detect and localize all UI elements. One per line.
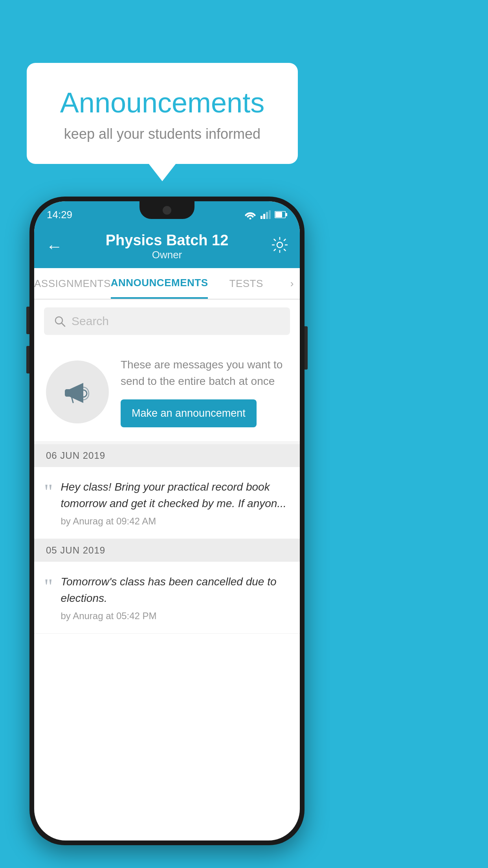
settings-button[interactable] <box>272 237 288 257</box>
wifi-icon <box>244 210 257 219</box>
notch <box>139 201 194 219</box>
svg-rect-6 <box>286 213 287 216</box>
date-separator-2: 05 JUN 2019 <box>34 539 300 562</box>
speech-bubble: Announcements keep all your students inf… <box>27 63 298 164</box>
svg-rect-3 <box>266 212 268 219</box>
make-announcement-button[interactable]: Make an announcement <box>121 399 257 427</box>
top-bar-center: Physics Batch 12 Owner <box>106 232 229 261</box>
camera <box>163 206 171 215</box>
batch-role: Owner <box>106 249 229 261</box>
announcement-content-1: Hey class! Bring your practical record b… <box>61 479 290 527</box>
svg-rect-1 <box>261 216 262 219</box>
megaphone-icon <box>60 374 95 410</box>
top-bar: ← Physics Batch 12 Owner <box>34 225 300 268</box>
tabs: ASSIGNMENTS ANNOUNCEMENTS TESTS › <box>34 268 300 300</box>
phone-frame: 14:29 <box>29 197 305 845</box>
phone-wrapper: 14:29 <box>29 197 305 845</box>
svg-point-0 <box>250 218 251 220</box>
announcement-text-2: Tomorrow's class has been cancelled due … <box>61 574 290 607</box>
tab-tests[interactable]: TESTS <box>208 268 284 299</box>
date-separator-1: 06 JUN 2019 <box>34 444 300 467</box>
speech-bubble-container: Announcements keep all your students inf… <box>27 63 298 164</box>
battery-icon <box>275 211 287 218</box>
announcement-meta-1: by Anurag at 09:42 AM <box>61 516 290 527</box>
svg-rect-4 <box>269 210 271 219</box>
volume-down-button <box>26 346 29 373</box>
announcement-text-1: Hey class! Bring your practical record b… <box>61 479 290 512</box>
announcement-icon-circle <box>46 360 109 423</box>
search-bar[interactable]: Search <box>44 307 290 335</box>
tab-announcements[interactable]: ANNOUNCEMENTS <box>111 268 208 299</box>
tab-assignments[interactable]: ASSIGNMENTS <box>34 268 111 299</box>
svg-rect-2 <box>263 214 265 219</box>
svg-line-10 <box>62 323 65 326</box>
announcement-cta: These are messages you want to send to t… <box>34 343 300 441</box>
announcement-cta-right: These are messages you want to send to t… <box>121 357 288 427</box>
signal-icon <box>261 210 271 219</box>
svg-point-8 <box>277 242 283 248</box>
quote-icon-2: " <box>44 576 53 597</box>
search-icon <box>54 315 66 327</box>
batch-title: Physics Batch 12 <box>106 232 229 249</box>
svg-rect-7 <box>275 212 282 217</box>
speech-bubble-subtitle: keep all your students informed <box>46 126 278 142</box>
phone-screen: 14:29 <box>34 201 300 840</box>
announcement-item-2[interactable]: " Tomorrow's class has been cancelled du… <box>34 562 300 634</box>
back-button[interactable]: ← <box>46 237 62 256</box>
search-placeholder: Search <box>72 314 109 328</box>
power-button <box>305 326 308 370</box>
search-container: Search <box>34 300 300 343</box>
announcement-item-1[interactable]: " Hey class! Bring your practical record… <box>34 467 300 539</box>
volume-up-button <box>26 307 29 334</box>
content-area: Search <box>34 300 300 634</box>
tab-more[interactable]: › <box>284 268 300 299</box>
status-time: 14:29 <box>47 209 72 221</box>
quote-icon-1: " <box>44 481 53 502</box>
announcement-content-2: Tomorrow's class has been cancelled due … <box>61 574 290 622</box>
announcement-meta-2: by Anurag at 05:42 PM <box>61 611 290 622</box>
speech-bubble-title: Announcements <box>46 86 278 119</box>
status-icons <box>244 210 287 219</box>
announcement-cta-text: These are messages you want to send to t… <box>121 357 288 390</box>
